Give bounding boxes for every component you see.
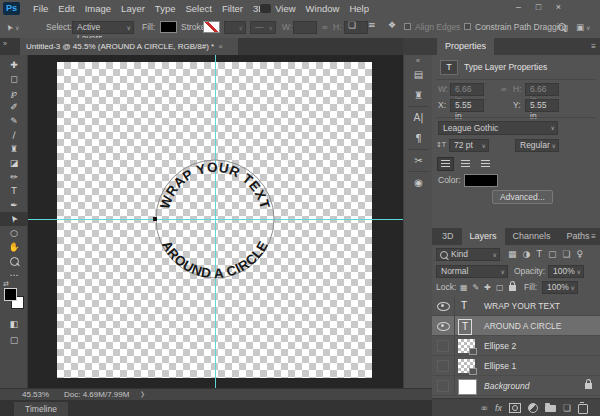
zoom-tool[interactable]	[0, 254, 28, 268]
lock-artboard-icon[interactable]: ▢	[496, 281, 504, 294]
brush-tool[interactable]: ∕	[0, 128, 28, 142]
menu-layer[interactable]: Layer	[116, 0, 150, 17]
hand-tool[interactable]: ✋	[0, 240, 28, 254]
status-chevron-icon[interactable]: ❯	[140, 389, 145, 400]
layer-row-wrap-your-text[interactable]: TWRAP YOUR TEXT	[432, 296, 600, 316]
filter-pixel-icon[interactable]: ▦	[508, 248, 517, 261]
canvas-text-top[interactable]: WRAP YOUR TEXT	[157, 160, 273, 211]
collapse-panels-icon[interactable]: «	[404, 55, 432, 64]
layer-thumbnail-shape[interactable]	[458, 359, 475, 373]
tab-layers[interactable]: Layers	[462, 228, 505, 245]
lock-all-icon[interactable]	[509, 285, 516, 291]
layer-row-around-a-circle[interactable]: TAROUND A CIRCLE	[432, 316, 600, 336]
menu-edit[interactable]: Edit	[53, 0, 79, 17]
search-icon[interactable]	[558, 23, 566, 31]
layer-thumbnail-background[interactable]	[458, 379, 477, 395]
menu-file[interactable]: File	[28, 0, 53, 17]
new-group-icon[interactable]	[545, 405, 556, 412]
clone-stamp-tool[interactable]: ♜	[0, 142, 28, 156]
layer-thumbnail-text[interactable]: T	[461, 299, 467, 313]
filter-shape-icon[interactable]: ▢	[548, 248, 557, 261]
filter-pin-icon[interactable]: ♀	[576, 248, 583, 261]
collapse-toolbar-icon[interactable]: »	[3, 40, 7, 47]
minimize-button[interactable]: –	[512, 0, 525, 15]
text-color-swatch[interactable]	[464, 174, 498, 187]
spiral-icon[interactable]: ◉	[404, 172, 433, 193]
properties-menu-icon[interactable]: ≡	[591, 42, 596, 51]
document-tab[interactable]: Untitled-3 @ 45.5% (AROUND A CIRCLE, RGB…	[20, 38, 238, 55]
eyedropper-tool[interactable]: ✎	[0, 114, 28, 128]
character-panel-icon[interactable]: A|	[404, 107, 433, 128]
link-layers-icon[interactable]: ∞	[480, 403, 488, 413]
blend-mode-dropdown[interactable]: Normal	[436, 265, 508, 278]
path-alignment-icon[interactable]: ≡	[368, 20, 376, 30]
tab-channels[interactable]: Channels	[505, 228, 559, 245]
select-mode-dropdown[interactable]: Active Layers	[72, 21, 134, 34]
foreground-color-swatch[interactable]	[4, 288, 17, 301]
menu-window[interactable]: Window	[301, 0, 345, 17]
stroke-swatch[interactable]	[203, 21, 220, 33]
prop-link-icon[interactable]: ∞	[500, 83, 507, 96]
filter-smart-object-icon[interactable]: ❏	[562, 248, 570, 261]
visibility-toggle[interactable]	[432, 296, 455, 316]
align-center-button[interactable]	[457, 157, 474, 171]
prop-y-field[interactable]: 5.55 in	[525, 99, 559, 112]
filter-adjustment-icon[interactable]: ◑	[523, 248, 531, 261]
font-size-dropdown[interactable]: 72 pt	[449, 139, 489, 152]
canvas-text-bottom[interactable]: AROUND A CIRCLE	[159, 238, 271, 281]
opacity-dropdown[interactable]: 100%	[548, 265, 584, 278]
rectangular-marquee-tool[interactable]: ◻	[0, 72, 28, 86]
clone-source-icon[interactable]: ♜	[404, 85, 433, 106]
tab-3d[interactable]: 3D	[434, 228, 462, 245]
align-left-button[interactable]	[437, 157, 454, 171]
new-layer-icon[interactable]: ❏	[563, 403, 571, 413]
lock-position-icon[interactable]: ✚	[484, 281, 491, 294]
menu-view[interactable]: View	[270, 0, 300, 17]
current-tool-icon[interactable]: ➤ ∨	[6, 17, 19, 38]
maximize-button[interactable]: □	[532, 0, 545, 15]
eraser-tool[interactable]: ◪	[0, 156, 28, 170]
fill-dropdown[interactable]: 100%	[542, 281, 578, 294]
adjustment-layer-icon[interactable]	[528, 403, 538, 413]
lock-transparency-icon[interactable]: ▦	[460, 281, 468, 294]
layer-effects-icon[interactable]: fx	[495, 403, 502, 413]
constrain-path-checkbox[interactable]	[464, 23, 471, 30]
close-button[interactable]: ×	[552, 0, 565, 15]
font-style-dropdown[interactable]: Regular	[515, 139, 559, 152]
brush-settings-icon[interactable]: ▤	[404, 64, 433, 85]
quick-selection-tool[interactable]: ✐	[0, 100, 28, 114]
menu-filter[interactable]: Filter	[217, 0, 248, 17]
layers-menu-icon[interactable]: ≡	[591, 232, 596, 241]
tool-presets-icon[interactable]: ✂	[404, 150, 433, 171]
path-arrangement-icon[interactable]: ❖	[388, 20, 396, 30]
quick-mask-button[interactable]: ◧	[0, 317, 28, 331]
visibility-toggle[interactable]	[432, 376, 455, 396]
path-operations-icon[interactable]: ❏	[348, 20, 356, 30]
screen-mode-button[interactable]: ▢	[0, 333, 28, 347]
visibility-toggle[interactable]	[432, 316, 455, 336]
workspace-icon[interactable]: ▣ ∨	[576, 17, 590, 38]
tab-close-icon[interactable]: ×	[218, 42, 223, 51]
type-tool[interactable]: T	[0, 184, 28, 198]
lock-pixels-icon[interactable]: ✎	[473, 281, 480, 294]
paragraph-panel-icon[interactable]: ¶	[404, 128, 433, 149]
canvas-area[interactable]: WRAP YOUR TEXT AROUND A CIRCLE	[28, 55, 403, 388]
layer-row-background[interactable]: Background	[432, 376, 600, 396]
delete-layer-icon[interactable]	[578, 404, 588, 414]
tab-timeline[interactable]: Timeline	[14, 402, 68, 416]
zoom-level[interactable]: 45.53%	[22, 389, 49, 400]
path-anchor-point[interactable]	[153, 217, 157, 221]
layer-mask-icon[interactable]	[509, 403, 521, 413]
advanced-button[interactable]: Advanced...	[492, 190, 553, 204]
pen-tool[interactable]: ✒	[0, 198, 28, 212]
menu-help[interactable]: Help	[344, 0, 374, 17]
path-selection-tool[interactable]: ➤	[0, 212, 28, 226]
move-tool[interactable]: ✚	[0, 58, 28, 72]
layer-thumbnail-text[interactable]: T	[458, 319, 472, 335]
prop-x-field[interactable]: 5.55 in	[450, 99, 484, 112]
pencil-tool[interactable]: ✏	[0, 170, 28, 184]
filter-type-icon[interactable]: T	[536, 248, 542, 261]
align-right-button[interactable]	[477, 157, 494, 171]
layer-thumbnail-shape[interactable]	[458, 339, 475, 353]
layer-row-ellipse-2[interactable]: Ellipse 2	[432, 336, 600, 356]
